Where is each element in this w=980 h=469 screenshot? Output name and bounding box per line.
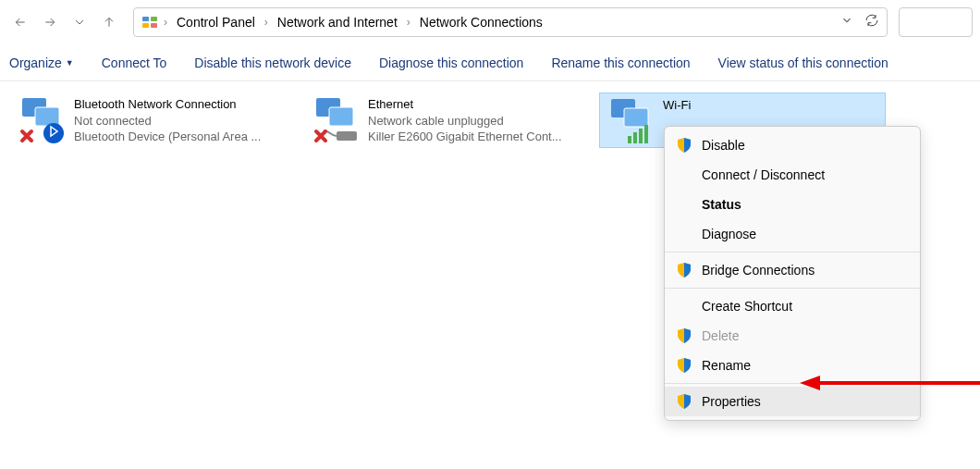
back-button[interactable] — [7, 9, 33, 35]
rename-connection-button[interactable]: Rename this connection — [551, 56, 690, 70]
up-button[interactable] — [96, 9, 122, 35]
menu-bridge-connections[interactable]: Bridge Connections — [665, 255, 920, 285]
connect-to-button[interactable]: Connect To — [102, 56, 167, 70]
disable-device-button[interactable]: Disable this network device — [194, 56, 351, 70]
address-dropdown[interactable] — [840, 14, 853, 31]
menu-label: Disable — [702, 138, 745, 153]
shield-icon — [676, 262, 692, 278]
refresh-button[interactable] — [864, 13, 879, 31]
connection-device: Bluetooth Device (Personal Area ... — [74, 129, 261, 145]
svg-rect-11 — [624, 108, 648, 127]
chevron-right-icon: › — [405, 16, 412, 29]
connection-device: Killer E2600 Gigabit Ethernet Cont... — [368, 129, 562, 145]
menu-label: Status — [702, 197, 741, 212]
context-menu: Disable Connect / Disconnect Status Diag… — [664, 126, 921, 421]
connection-item-ethernet[interactable]: Ethernet Network cable unplugged Killer … — [305, 93, 599, 149]
organize-label: Organize — [9, 56, 62, 70]
menu-separator — [665, 252, 920, 253]
svg-rect-2 — [142, 23, 149, 28]
svg-rect-13 — [633, 132, 637, 143]
menu-label: Create Shortcut — [702, 299, 792, 314]
search-input[interactable] — [899, 7, 973, 37]
breadcrumb-network-internet[interactable]: Network and Internet — [274, 13, 401, 31]
menu-separator — [665, 288, 920, 289]
caret-down-icon: ▼ — [66, 58, 74, 68]
menu-properties[interactable]: Properties — [665, 387, 920, 416]
wifi-connection-icon — [604, 97, 655, 145]
menu-delete: Delete — [665, 321, 920, 351]
connection-name: Bluetooth Network Connection — [74, 96, 261, 113]
chevron-right-icon: › — [162, 16, 169, 29]
navigation-bar: › Control Panel › Network and Internet ›… — [0, 0, 980, 44]
chevron-right-icon: › — [263, 16, 270, 29]
forward-button[interactable] — [37, 9, 63, 35]
menu-label: Properties — [702, 394, 761, 409]
svg-rect-8 — [329, 107, 353, 126]
view-status-button[interactable]: View status of this connection — [718, 56, 888, 70]
connection-status: Network cable unplugged — [368, 113, 562, 130]
svg-rect-12 — [628, 136, 631, 143]
recent-dropdown[interactable] — [67, 9, 92, 35]
svg-rect-5 — [35, 107, 59, 126]
organize-menu[interactable]: Organize ▼ — [9, 56, 74, 70]
menu-label: Rename — [702, 358, 751, 373]
control-panel-icon — [141, 14, 158, 31]
menu-label: Delete — [702, 328, 739, 343]
menu-connect-disconnect[interactable]: Connect / Disconnect — [665, 160, 920, 190]
menu-disable[interactable]: Disable — [665, 130, 920, 160]
menu-label: Diagnose — [702, 227, 756, 241]
command-toolbar: Organize ▼ Connect To Disable this netwo… — [0, 44, 980, 81]
bluetooth-connection-icon — [15, 96, 67, 144]
connection-item-bluetooth[interactable]: Bluetooth Network Connection Not connect… — [11, 93, 305, 149]
menu-create-shortcut[interactable]: Create Shortcut — [665, 291, 920, 321]
connection-status: Not connected — [74, 113, 261, 130]
shield-icon — [676, 137, 692, 154]
shield-icon — [676, 327, 692, 344]
diagnose-connection-button[interactable]: Diagnose this connection — [379, 56, 523, 70]
menu-label: Bridge Connections — [702, 263, 815, 278]
menu-label: Connect / Disconnect — [702, 167, 825, 182]
svg-rect-3 — [151, 23, 157, 28]
svg-rect-0 — [142, 17, 149, 21]
svg-rect-9 — [337, 131, 357, 141]
connection-name: Wi-Fi — [663, 97, 691, 114]
connection-name: Ethernet — [368, 96, 562, 113]
menu-status[interactable]: Status — [665, 190, 920, 219]
address-bar[interactable]: › Control Panel › Network and Internet ›… — [133, 7, 888, 37]
menu-rename[interactable]: Rename — [665, 351, 920, 380]
svg-rect-14 — [639, 129, 643, 143]
ethernet-connection-icon — [309, 96, 361, 144]
menu-diagnose[interactable]: Diagnose — [665, 219, 920, 249]
menu-separator — [665, 383, 920, 384]
shield-icon — [676, 357, 692, 374]
breadcrumb-control-panel[interactable]: Control Panel — [173, 13, 259, 31]
shield-icon — [676, 393, 692, 410]
breadcrumb-network-connections[interactable]: Network Connections — [416, 13, 546, 31]
svg-rect-1 — [151, 17, 157, 21]
svg-rect-15 — [644, 125, 648, 143]
